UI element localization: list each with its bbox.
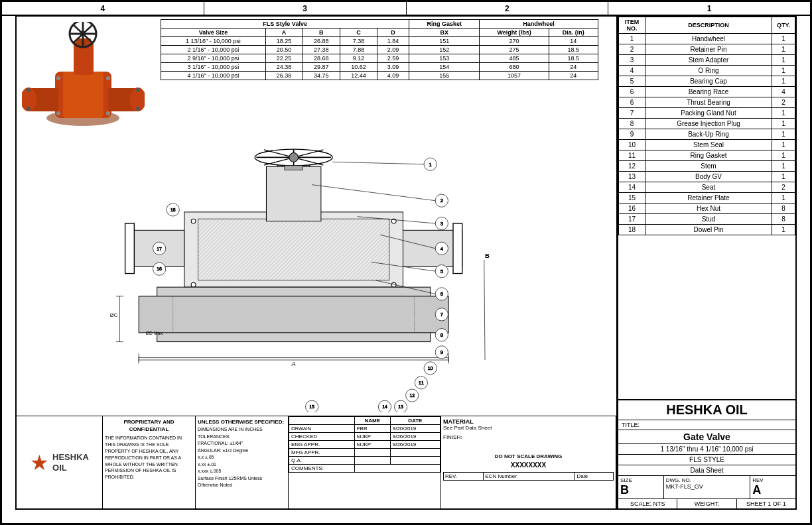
title-block: HESHKA OIL TITLE: Gate Valve 1 13/16" th… bbox=[618, 399, 795, 508]
dim-cell: 2 9/16" - 10,000 psi bbox=[161, 54, 265, 63]
bom-cell-description: Stem Seal bbox=[645, 140, 772, 150]
dwg-no-value: MKT-FLS_GV bbox=[666, 483, 748, 490]
svg-text:12: 12 bbox=[409, 393, 415, 398]
valve-image-area bbox=[20, 20, 146, 133]
svg-point-39 bbox=[191, 219, 196, 223]
bom-cell-description: Bearing Race bbox=[645, 87, 772, 97]
bom-cell-item: 4 bbox=[619, 66, 645, 76]
bottom-section: ★ HESHKA OIL PROPRIETARY AND CONFIDENTIA… bbox=[17, 416, 616, 508]
bom-row: 10Stem Seal1 bbox=[619, 140, 795, 150]
svg-text:ØC: ØC bbox=[110, 312, 118, 318]
dim-cell: 24.38 bbox=[265, 63, 303, 72]
company-name: HESHKA OIL bbox=[618, 400, 795, 420]
bom-cell-item: 12 bbox=[619, 161, 645, 172]
tol-line5: x.x ±.05 bbox=[198, 454, 286, 461]
bom-cell-item: 16 bbox=[619, 204, 645, 214]
svg-point-19 bbox=[56, 76, 60, 80]
svg-rect-26 bbox=[125, 223, 135, 274]
comments-value bbox=[354, 465, 440, 473]
bom-row: 8Grease Injection Plug1 bbox=[619, 119, 795, 129]
svg-rect-2 bbox=[63, 72, 103, 118]
left-pane: FLS Style Valve Ring Gasket Handwheel Va… bbox=[17, 17, 618, 508]
sig-header-empty bbox=[289, 417, 355, 425]
svg-point-37 bbox=[289, 153, 299, 162]
sig-date-header: DATE bbox=[390, 417, 440, 425]
rev-value: A bbox=[752, 483, 793, 497]
svg-rect-27 bbox=[453, 223, 462, 274]
sheet-inner: FLS Style Valve Ring Gasket Handwheel Va… bbox=[15, 15, 797, 510]
qa-label: Q.A. bbox=[289, 457, 355, 465]
zone-top-4: 4 bbox=[2, 2, 204, 15]
right-pane: ITEM NO. DESCRIPTION QTY. 1Handwheel12Re… bbox=[618, 17, 795, 508]
bom-cell-description: Retainer Plate bbox=[645, 193, 772, 204]
col-valve-size: Valve Size bbox=[161, 29, 265, 37]
svg-text:9: 9 bbox=[440, 349, 443, 355]
eng-appr-date: 9/26/2019 bbox=[390, 441, 440, 449]
svg-text:13: 13 bbox=[398, 405, 403, 410]
bom-container: ITEM NO. DESCRIPTION QTY. 1Handwheel12Re… bbox=[618, 17, 795, 399]
bom-cell-qty: 1 bbox=[772, 55, 795, 66]
logo-container: ★ HESHKA OIL bbox=[17, 416, 103, 508]
size-label-text: SIZE bbox=[620, 477, 661, 483]
bom-cell-description: Body GV bbox=[645, 172, 772, 182]
bom-row: 15Retainer Plate1 bbox=[619, 193, 795, 204]
dim-cell: 18.5 bbox=[549, 54, 598, 63]
zone-top-2: 2 bbox=[407, 2, 609, 15]
svg-text:5: 5 bbox=[440, 268, 443, 274]
col-b: B bbox=[303, 29, 340, 37]
svg-point-16 bbox=[27, 107, 31, 111]
svg-text:7: 7 bbox=[440, 312, 443, 318]
scale-row: SCALE: NTS WEIGHT: SHEET 1 OF 1 bbox=[618, 499, 795, 508]
bom-cell-item: 8 bbox=[619, 119, 645, 129]
col-a: A bbox=[265, 29, 303, 37]
bom-cell-item: 10 bbox=[619, 140, 645, 150]
bom-row: 7Packing Gland Nut1 bbox=[619, 108, 795, 119]
bom-cell-description: Thrust Bearing bbox=[645, 97, 772, 108]
bom-cell-item: 2 bbox=[619, 44, 645, 55]
proprietary-box: PROPRIETARY AND CONFIDENTIAL THE INFORMA… bbox=[103, 416, 196, 508]
svg-text:3: 3 bbox=[440, 221, 443, 227]
dim-cell: 26.38 bbox=[265, 72, 303, 80]
bom-cell-item: 13 bbox=[619, 172, 645, 182]
svg-point-18 bbox=[136, 107, 140, 111]
bom-cell-qty: 1 bbox=[772, 172, 795, 182]
tol-line4: ANGULAR: ±1/2 Degree bbox=[198, 447, 286, 455]
product-name: Gate Valve bbox=[618, 430, 795, 444]
dim-cell: 4 1/16" - 10,000 psi bbox=[161, 72, 265, 80]
bom-cell-item: 18 bbox=[619, 225, 645, 235]
drawn-date: 9/20/2019 bbox=[390, 425, 440, 433]
bom-cell-description: Bearing Cap bbox=[645, 76, 772, 87]
bom-row: 6Thrust Bearing2 bbox=[619, 97, 795, 108]
bom-row: 1Handwheel1 bbox=[619, 34, 795, 44]
bom-cell-item: 5 bbox=[619, 76, 645, 87]
dim-row: 1 13/16" - 10,000 psi18.2526.887.381.841… bbox=[161, 37, 598, 46]
dim-cell: 1057 bbox=[480, 72, 549, 80]
dim-cell: 18.25 bbox=[265, 37, 303, 46]
sheet-cell: SHEET 1 OF 1 bbox=[737, 499, 795, 508]
tolerances-header: UNLESS OTHERWISE SPECIFIED: bbox=[198, 418, 286, 426]
bom-cell-description: Hex Nut bbox=[645, 204, 772, 214]
dim-cell: 10.62 bbox=[340, 63, 377, 72]
col-c: C bbox=[340, 29, 377, 37]
bom-cell-qty: 1 bbox=[772, 129, 795, 140]
comments-label: COMMENTS: bbox=[289, 465, 355, 473]
svg-text:B: B bbox=[485, 252, 490, 259]
bom-row: 9Back-Up Ring1 bbox=[619, 129, 795, 140]
signatures-table: NAME DATE DRAWN FBR 9/20/2019 bbox=[289, 416, 440, 473]
proprietary-text: THE INFORMATION CONTAINED IN THIS DRAWIN… bbox=[105, 435, 193, 481]
svg-text:6: 6 bbox=[440, 291, 443, 297]
technical-drawing: 1 2 3 4 bbox=[17, 139, 616, 412]
signatures-box: NAME DATE DRAWN FBR 9/20/2019 bbox=[289, 416, 441, 508]
ring-gasket-header: Ring Gasket bbox=[409, 20, 479, 29]
qa-date bbox=[390, 457, 440, 465]
dim-cell: 7.38 bbox=[340, 37, 377, 46]
subtitle: 1 13/16" thru 4 1/16" 10,000 psi bbox=[618, 444, 795, 455]
svg-rect-38 bbox=[285, 166, 303, 170]
dim-row: 2 9/16" - 10,000 psi22.2528.689.122.5915… bbox=[161, 54, 598, 63]
bom-table-body: 1Handwheel12Retainer Pin13Stem Adapter14… bbox=[619, 34, 795, 235]
col-dia: Dia. (in) bbox=[549, 29, 598, 37]
dim-cell: 3.09 bbox=[377, 63, 409, 72]
bom-cell-description: Back-Up Ring bbox=[645, 129, 772, 140]
tol-line2: TOLERANCES: bbox=[198, 434, 286, 441]
svg-text:8: 8 bbox=[440, 332, 443, 338]
